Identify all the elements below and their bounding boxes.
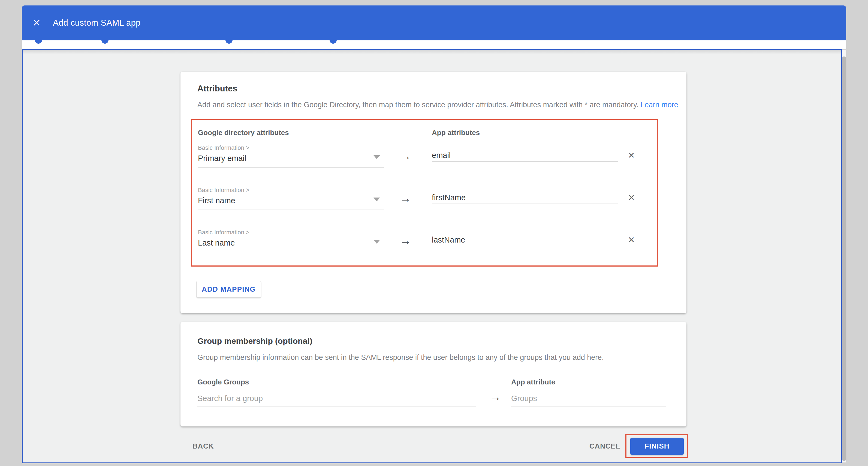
cancel-button[interactable]: CANCEL	[589, 441, 620, 451]
mapping-table: Google directory attributes App attribut…	[191, 119, 658, 267]
directory-attribute-category: Basic Information >	[198, 186, 249, 194]
back-button[interactable]: BACK	[192, 441, 214, 451]
arrow-right-icon: →	[400, 150, 411, 162]
select-underline	[198, 252, 384, 252]
group-card-description: Group membership information can be sent…	[197, 353, 604, 362]
scrollbar-thumb[interactable]	[842, 56, 846, 461]
arrow-right-icon: →	[490, 391, 501, 403]
select-underline	[198, 167, 384, 168]
close-icon[interactable]: ✕	[30, 17, 43, 29]
attributes-card: Attributes Add and select user fields in…	[181, 72, 686, 313]
delete-mapping-icon[interactable]: ✕	[625, 233, 638, 246]
directory-attribute-select[interactable]: Basic Information > First name	[198, 186, 384, 210]
directory-attribute-category: Basic Information >	[198, 229, 249, 236]
stepper-strip	[22, 40, 846, 49]
mapping-row: Basic Information > Last name → ✕	[191, 229, 658, 271]
directory-attributes-column-header: Google directory attributes	[198, 128, 289, 137]
group-search-input[interactable]	[197, 390, 476, 407]
directory-attribute-value: Primary email	[198, 154, 246, 163]
group-app-attribute-input[interactable]	[511, 390, 666, 407]
chevron-down-icon	[373, 240, 380, 244]
mapping-row: Basic Information > Primary email → ✕	[191, 144, 658, 186]
mapping-row: Basic Information > First name → ✕	[191, 186, 658, 229]
chevron-down-icon	[373, 155, 380, 159]
directory-attribute-category: Basic Information >	[198, 144, 249, 151]
chevron-down-icon	[373, 198, 380, 201]
app-attribute-input[interactable]	[432, 192, 618, 204]
directory-attribute-select[interactable]: Basic Information > Primary email	[198, 144, 384, 168]
app-attribute-input[interactable]	[432, 149, 618, 162]
group-membership-card: Group membership (optional) Group member…	[181, 322, 686, 427]
google-groups-column-header: Google Groups	[197, 378, 249, 386]
finish-button[interactable]: FINISH	[630, 438, 684, 455]
dialog-title: Add custom SAML app	[53, 5, 141, 40]
select-underline	[198, 209, 384, 210]
learn-more-link[interactable]: Learn more	[641, 101, 678, 109]
screen: ✕ Add custom SAML app Attributes Add and…	[0, 0, 868, 466]
directory-attribute-select[interactable]: Basic Information > Last name	[198, 229, 384, 252]
delete-mapping-icon[interactable]: ✕	[625, 149, 638, 162]
directory-attribute-value: First name	[198, 196, 235, 205]
app-attributes-column-header: App attributes	[432, 128, 480, 137]
attributes-description-text: Add and select user fields in the Google…	[197, 101, 639, 109]
add-mapping-button[interactable]: ADD MAPPING	[196, 281, 261, 298]
delete-mapping-icon[interactable]: ✕	[625, 191, 638, 204]
arrow-right-icon: →	[400, 193, 411, 204]
group-card-title: Group membership (optional)	[197, 337, 312, 346]
app-attribute-input[interactable]	[432, 234, 618, 246]
app-attribute-column-header: App attribute	[511, 378, 555, 386]
arrow-right-icon: →	[400, 235, 411, 246]
attributes-card-description: Add and select user fields in the Google…	[197, 101, 678, 109]
dialog-header: ✕ Add custom SAML app	[22, 5, 846, 40]
directory-attribute-value: Last name	[198, 238, 235, 247]
attributes-card-title: Attributes	[197, 84, 237, 94]
